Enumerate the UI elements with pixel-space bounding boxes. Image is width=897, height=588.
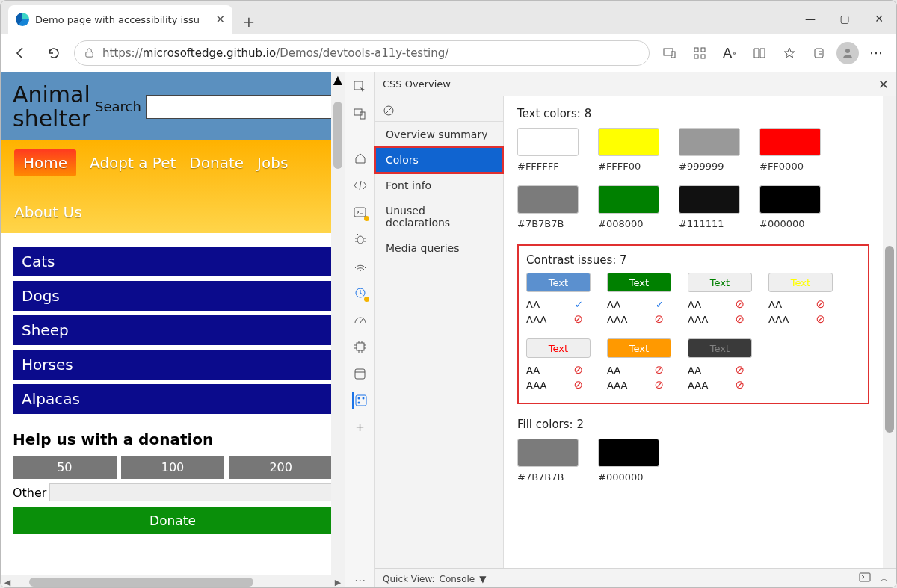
window-minimize-button[interactable]: — — [793, 4, 827, 34]
tab-close-icon[interactable]: ✕ — [215, 13, 225, 26]
contrast-sample[interactable]: Text AA⊘ AAA⊘ — [526, 338, 595, 392]
color-swatch[interactable]: #FF0000 — [759, 128, 827, 172]
sidebar-item-overview[interactable]: Overview summary — [375, 122, 503, 147]
more-menu-icon[interactable]: ⋯ — [863, 40, 889, 66]
list-item[interactable]: Sheep — [13, 315, 333, 345]
color-swatch[interactable]: #7B7B7B — [517, 439, 585, 483]
profile-avatar[interactable] — [836, 42, 859, 64]
svg-point-13 — [357, 236, 363, 244]
svg-point-20 — [357, 402, 360, 404]
sidebar-item-font[interactable]: Font info — [375, 173, 503, 198]
contrast-sample[interactable]: Text AA✓ AAA⊘ — [526, 273, 595, 327]
color-swatch[interactable]: #7B7B7B — [517, 185, 585, 229]
nav-about[interactable]: About Us — [14, 203, 82, 221]
performance-icon[interactable] — [352, 312, 369, 328]
color-swatch[interactable]: #111111 — [679, 185, 746, 229]
other-amount-input[interactable] — [49, 483, 333, 501]
fill-colors-label: Fill colors: 2 — [517, 418, 869, 431]
sidebar-item-unused[interactable]: Unused declarations — [375, 198, 503, 235]
responsive-icon[interactable] — [657, 40, 682, 66]
contrast-sample[interactable]: Text AA⊘ AAA⊘ — [768, 273, 837, 327]
quick-view-bar: Quick View: Console ▼ ︿ — [375, 568, 896, 588]
chevron-up-icon[interactable]: ︿ — [880, 572, 889, 585]
devtools-more-icon[interactable]: ⋯ — [352, 572, 369, 588]
list-item[interactable]: Horses — [13, 350, 333, 380]
device-toggle-icon[interactable] — [352, 105, 369, 122]
page-viewport: Animalshelter Search Home Adopt a Pet Do… — [1, 72, 345, 588]
contrast-issues-box: Contrast issues: 7 Text AA✓ AAA⊘ Text AA… — [517, 244, 869, 404]
color-swatch[interactable]: #008000 — [598, 185, 665, 229]
list-item[interactable]: Alpacas — [13, 384, 333, 414]
collections-icon[interactable] — [807, 40, 832, 66]
sources-bug-icon[interactable] — [352, 231, 369, 247]
refresh-button[interactable] — [41, 40, 67, 66]
svg-point-8 — [845, 49, 850, 53]
contrast-sample[interactable]: Text AA✓ AAA⊘ — [607, 273, 676, 327]
inspect-icon[interactable] — [352, 78, 369, 95]
svg-rect-16 — [355, 369, 365, 379]
search-input[interactable] — [146, 95, 333, 119]
site-title: Animalshelter — [13, 83, 90, 130]
page-vertical-scrollbar[interactable]: ▲ — [331, 72, 345, 575]
nav-adopt[interactable]: Adopt a Pet — [90, 154, 176, 172]
sidebar-item-media[interactable]: Media queries — [375, 235, 503, 261]
contrast-sample[interactable]: Text AA⊘ AAA⊘ — [607, 338, 676, 392]
reader-icon[interactable] — [747, 40, 772, 66]
chevron-down-icon[interactable]: ▼ — [479, 574, 486, 584]
sidebar-item-colors[interactable]: Colors — [375, 147, 503, 173]
back-button[interactable] — [8, 40, 34, 66]
nav-donate[interactable]: Donate — [189, 154, 244, 172]
css-overview-icon[interactable] — [352, 392, 369, 409]
color-swatch[interactable]: #000000 — [759, 185, 827, 229]
lighthouse-icon[interactable] — [352, 285, 369, 301]
color-swatch[interactable]: #000000 — [598, 439, 665, 483]
application-icon[interactable] — [352, 365, 369, 382]
amount-button[interactable]: 200 — [229, 456, 333, 479]
contrast-sample[interactable]: Text AA⊘ AAA⊘ — [688, 273, 756, 327]
memory-icon[interactable] — [352, 338, 369, 355]
list-item[interactable]: Dogs — [13, 281, 333, 311]
svg-rect-22 — [860, 573, 870, 581]
nav-home[interactable]: Home — [14, 149, 76, 176]
console-icon[interactable] — [352, 204, 369, 220]
elements-icon[interactable] — [352, 177, 369, 194]
new-tab-button[interactable]: + — [237, 10, 261, 34]
svg-rect-4 — [701, 48, 705, 52]
svg-rect-5 — [694, 55, 698, 58]
demo-nav: Home Adopt a Pet Donate Jobs About Us — [1, 140, 345, 233]
quickview-value[interactable]: Console — [440, 574, 475, 584]
donate-button[interactable]: Donate — [13, 507, 333, 534]
contrast-sample[interactable]: Text AA⊘ AAA⊘ — [688, 338, 756, 392]
welcome-icon[interactable] — [352, 150, 369, 167]
read-aloud-icon[interactable]: A» — [717, 40, 742, 66]
other-label: Other — [13, 486, 46, 500]
more-tools-icon[interactable]: + — [352, 419, 369, 436]
panel-title: CSS Overview — [383, 78, 451, 90]
clear-icon[interactable] — [383, 105, 395, 117]
favorites-icon[interactable] — [777, 40, 802, 66]
address-bar[interactable]: https://microsoftedge.github.io/Demos/de… — [74, 40, 650, 66]
amount-button[interactable]: 50 — [13, 456, 117, 479]
page-horizontal-scrollbar[interactable]: ◀▶ — [1, 575, 345, 588]
nav-jobs[interactable]: Jobs — [257, 154, 288, 172]
lock-icon — [84, 47, 95, 58]
color-swatch[interactable]: #999999 — [679, 128, 746, 172]
devtools-scrollbar[interactable] — [883, 96, 896, 568]
amount-button[interactable]: 100 — [121, 456, 225, 479]
color-swatch[interactable]: #FFFF00 — [598, 128, 665, 172]
browser-toolbar: https://microsoftedge.github.io/Demos/de… — [1, 34, 896, 72]
panel-close-icon[interactable]: ✕ — [878, 77, 889, 92]
window-close-button[interactable]: ✕ — [862, 4, 896, 34]
css-overview-sidebar: Overview summary Colors Font info Unused… — [375, 96, 504, 568]
tab-title: Demo page with accessibility issu — [35, 14, 200, 25]
svg-point-19 — [362, 397, 364, 400]
issues-icon[interactable] — [859, 572, 871, 585]
qr-icon[interactable] — [687, 40, 712, 66]
contrast-label: Contrast issues: 7 — [526, 253, 860, 267]
color-swatch[interactable]: #FFFFFF — [517, 128, 585, 172]
window-maximize-button[interactable]: ▢ — [827, 4, 862, 34]
list-item[interactable]: Cats — [13, 247, 333, 276]
donation-heading: Help us with a donation — [13, 430, 333, 448]
browser-tab[interactable]: Demo page with accessibility issu ✕ — [8, 5, 232, 34]
network-icon[interactable] — [352, 258, 369, 274]
